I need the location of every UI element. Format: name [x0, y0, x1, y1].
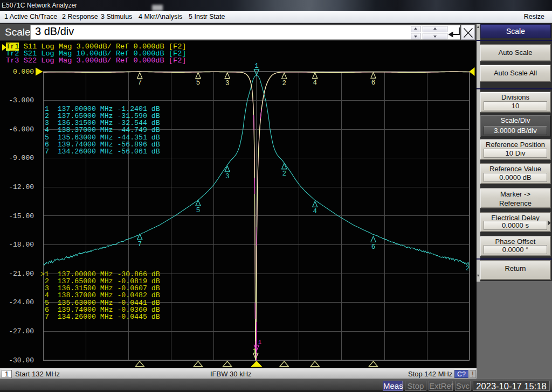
svg-text:2: 2: [282, 80, 286, 87]
svg-text:4: 4: [313, 208, 317, 215]
svg-text:1: 1: [253, 348, 257, 355]
svg-text:2: 2: [282, 170, 286, 178]
svg-text:5: 5: [196, 79, 201, 87]
svg-text:7: 7: [137, 79, 142, 87]
svg-text:3: 3: [225, 80, 230, 87]
svg-text:2: 2: [466, 265, 470, 272]
svg-text:6: 6: [371, 243, 376, 251]
svg-text:1: 1: [258, 339, 262, 346]
svg-text:1: 1: [254, 62, 259, 70]
svg-text:4: 4: [313, 79, 317, 87]
svg-text:5: 5: [196, 207, 201, 214]
svg-text:3: 3: [225, 173, 230, 180]
svg-text:6: 6: [371, 79, 376, 87]
svg-text:7: 7: [137, 241, 142, 248]
